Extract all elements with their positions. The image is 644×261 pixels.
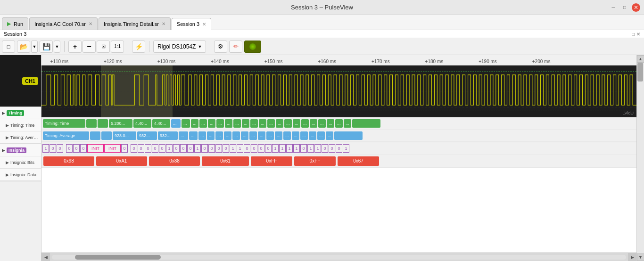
bit-18: 0 bbox=[201, 144, 208, 153]
timing-time-chip-22: ... bbox=[301, 119, 309, 128]
bit-1: 1 bbox=[42, 144, 49, 153]
timing-time-chip-4: 5.200... bbox=[109, 119, 132, 128]
toolbar-save-group: 💾 ▼ bbox=[40, 41, 60, 53]
data-chip-0x88: 0x88 bbox=[149, 156, 200, 166]
zoom-100-button[interactable]: 1:1 bbox=[111, 41, 124, 53]
timing-time-chip-main: Timing: Time bbox=[43, 119, 85, 128]
timing-time-chip-9: ... bbox=[191, 119, 198, 128]
signal-rows: LVldU Timing: Time 5.200... 4.40... bbox=[41, 65, 636, 253]
timing-avg-chip-5: 932... bbox=[137, 131, 157, 140]
timing-avg-chip-3 bbox=[101, 131, 112, 140]
data-chip-0x67: 0x67 bbox=[338, 156, 379, 166]
settings-button[interactable]: ⚙ bbox=[214, 41, 227, 53]
timing-avg-chip-6: 932... bbox=[158, 131, 178, 140]
timing-expand-arrow[interactable]: ▶ bbox=[2, 111, 5, 115]
timing-avg-chip-21: ... bbox=[300, 131, 308, 140]
insignia-expand-arrow[interactable]: ▶ bbox=[2, 148, 5, 153]
tab-insignia-timing[interactable]: Insignia Timing Detail.sr ✕ bbox=[99, 17, 171, 30]
probe-button[interactable]: ⚡ bbox=[132, 41, 145, 53]
bit-13: 1 bbox=[166, 144, 173, 153]
left-labels-panel: CH1 ▶ Timing ▶ Timing: Time ▶ Timing: Av… bbox=[0, 55, 41, 261]
bit-6: 0 bbox=[80, 144, 87, 153]
trigger-button[interactable]: ✏ bbox=[229, 41, 242, 53]
zoom-fit-button[interactable]: ⊡ bbox=[97, 41, 110, 53]
timing-avg-chip-22: ... bbox=[309, 131, 316, 140]
tab-session3-close[interactable]: ✕ bbox=[202, 22, 206, 27]
close-button[interactable]: ✕ bbox=[632, 3, 640, 12]
tab-run[interactable]: ▶ Run bbox=[2, 17, 28, 30]
timing-time-chips: Timing: Time 5.200... 4.40... 4.40... ..… bbox=[41, 117, 636, 129]
timing-labels-section: ▶ Timing ▶ Timing: Time ▶ Timing: Averag… bbox=[0, 107, 41, 144]
timing-avg-chip-2 bbox=[90, 131, 100, 140]
toolbar-zoom-group: + − ⊡ 1:1 bbox=[68, 41, 124, 53]
run-button[interactable] bbox=[244, 41, 261, 53]
bit-33: 1 bbox=[307, 144, 314, 153]
timing-time-row: Timing: Time 5.200... 4.40... 4.40... ..… bbox=[41, 117, 636, 130]
bit-27: 0 bbox=[265, 144, 272, 153]
timing-average-label: Timing: Average bbox=[10, 135, 39, 140]
ruler-tick-110: +110 ms bbox=[50, 59, 69, 64]
timing-avg-chip-main: Timing: Average bbox=[43, 131, 89, 140]
zoom-out-button[interactable]: − bbox=[83, 41, 96, 53]
insignia-data-row: 0x98 0xA1 0x88 0x61 0xFF 0xFF 0x67 bbox=[41, 155, 636, 168]
timing-time-chip-end bbox=[352, 119, 380, 128]
ruler-tick-150: +150 ms bbox=[264, 59, 283, 64]
bit-21: 0 bbox=[223, 144, 229, 153]
scroll-right-button[interactable]: ▶ bbox=[628, 253, 636, 261]
bit-24: 0 bbox=[244, 144, 250, 153]
save-dropdown-button[interactable]: ▼ bbox=[54, 41, 60, 53]
bit-5: 0 bbox=[73, 144, 80, 153]
tab-insignia-timing-close[interactable]: ✕ bbox=[162, 21, 165, 26]
open-button[interactable]: 📂 bbox=[17, 41, 30, 53]
zoom-in-button[interactable]: + bbox=[68, 41, 82, 53]
bit-29: 1 bbox=[279, 144, 286, 153]
minimize-button[interactable]: ─ bbox=[609, 3, 618, 12]
timing-time-chip-24: ... bbox=[318, 119, 326, 128]
timing-section-header-row: ▶ Timing bbox=[0, 107, 41, 119]
bit-23: 1 bbox=[237, 144, 243, 153]
scroll-left-button[interactable]: ◀ bbox=[41, 253, 50, 261]
ruler-tick-160: +160 ms bbox=[318, 59, 336, 64]
bit-20: 0 bbox=[215, 144, 222, 153]
save-button[interactable]: 💾 bbox=[40, 41, 53, 53]
bit-init1: INIT bbox=[87, 144, 104, 153]
scroll-thumb[interactable] bbox=[75, 255, 161, 260]
timing-time-chip-21: ... bbox=[293, 119, 300, 128]
vscroll-thumb[interactable] bbox=[637, 63, 643, 82]
tab-insignia-ac[interactable]: Insignia AC Cool 70.sr ✕ bbox=[29, 17, 98, 30]
device-dropdown[interactable]: Rigol DS1054Z ▼ bbox=[153, 41, 206, 53]
tab-insignia-ac-close[interactable]: ✕ bbox=[89, 21, 92, 26]
vertical-scrollbar[interactable]: ▲ ▼ bbox=[636, 55, 644, 261]
timing-rows-section: Timing: Time 5.200... 4.40... 4.40... ..… bbox=[41, 117, 636, 142]
timing-avg-chip-20: ... bbox=[292, 131, 299, 140]
timing-time-chip-12: ... bbox=[216, 119, 224, 128]
timing-avg-chip-10: ... bbox=[207, 131, 215, 140]
timing-time-row-arrow: ▶ bbox=[6, 123, 9, 128]
vscroll-track[interactable] bbox=[637, 63, 644, 253]
scroll-track[interactable] bbox=[52, 255, 626, 260]
session-label-bar: Session 3 □ ✕ bbox=[0, 30, 644, 38]
maximize-button[interactable]: □ bbox=[620, 3, 629, 12]
bit-11: 0 bbox=[152, 144, 158, 153]
toolbar-sep-2 bbox=[128, 41, 128, 52]
horizontal-scrollbar[interactable]: ◀ ▶ bbox=[41, 253, 636, 261]
session-close-button[interactable]: ✕ bbox=[636, 32, 640, 37]
timing-time-chip-8: ... bbox=[182, 119, 190, 128]
tab-session3[interactable]: Session 3 ✕ bbox=[172, 18, 211, 30]
session-restore-button[interactable]: □ bbox=[632, 32, 635, 37]
open-dropdown-button[interactable]: ▼ bbox=[31, 41, 38, 53]
insignia-bits-label-row: ▶ Insignia: Bits bbox=[0, 156, 41, 169]
data-chip-0x98: 0x98 bbox=[43, 156, 94, 166]
timing-time-chip-15: ... bbox=[242, 119, 249, 128]
data-chip-0xFF-1: 0xFF bbox=[251, 156, 292, 166]
titlebar: Session 3 – PulseView ─ □ ✕ bbox=[0, 0, 644, 15]
content-area: CH1 ▶ Timing ▶ Timing: Time ▶ Timing: Av… bbox=[0, 55, 644, 261]
new-button[interactable]: □ bbox=[2, 41, 15, 53]
left-panel-bottom bbox=[0, 181, 41, 261]
vscroll-up-button[interactable]: ▲ bbox=[637, 55, 644, 63]
vscroll-down-button[interactable]: ▼ bbox=[637, 253, 644, 261]
timing-avg-chip-end bbox=[334, 131, 363, 140]
timing-avg-chip-14: ... bbox=[241, 131, 248, 140]
waveform-lvldu-label: LVldU bbox=[622, 111, 634, 115]
bit-7: 0 bbox=[121, 144, 128, 153]
